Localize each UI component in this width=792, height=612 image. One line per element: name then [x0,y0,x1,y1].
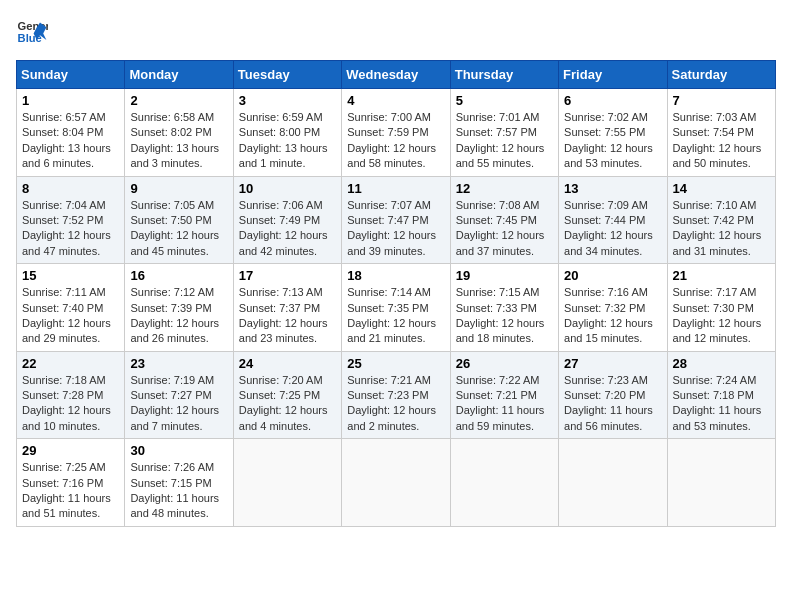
day-number: 19 [456,268,553,283]
day-number: 23 [130,356,227,371]
week-row-2: 8Sunrise: 7:04 AM Sunset: 7:52 PM Daylig… [17,176,776,264]
calendar-cell: 9Sunrise: 7:05 AM Sunset: 7:50 PM Daylig… [125,176,233,264]
day-info: Sunrise: 7:14 AM Sunset: 7:35 PM Dayligh… [347,285,444,347]
calendar-cell: 19Sunrise: 7:15 AM Sunset: 7:33 PM Dayli… [450,264,558,352]
week-row-4: 22Sunrise: 7:18 AM Sunset: 7:28 PM Dayli… [17,351,776,439]
calendar-cell [559,439,667,527]
calendar-cell: 12Sunrise: 7:08 AM Sunset: 7:45 PM Dayli… [450,176,558,264]
week-row-5: 29Sunrise: 7:25 AM Sunset: 7:16 PM Dayli… [17,439,776,527]
day-info: Sunrise: 7:24 AM Sunset: 7:18 PM Dayligh… [673,373,770,435]
day-number: 16 [130,268,227,283]
day-info: Sunrise: 7:23 AM Sunset: 7:20 PM Dayligh… [564,373,661,435]
day-number: 17 [239,268,336,283]
calendar-cell: 28Sunrise: 7:24 AM Sunset: 7:18 PM Dayli… [667,351,775,439]
calendar-cell: 13Sunrise: 7:09 AM Sunset: 7:44 PM Dayli… [559,176,667,264]
day-info: Sunrise: 7:20 AM Sunset: 7:25 PM Dayligh… [239,373,336,435]
calendar-cell: 7Sunrise: 7:03 AM Sunset: 7:54 PM Daylig… [667,89,775,177]
calendar-cell: 29Sunrise: 7:25 AM Sunset: 7:16 PM Dayli… [17,439,125,527]
calendar-cell [233,439,341,527]
logo: General Blue [16,16,48,48]
calendar-cell: 21Sunrise: 7:17 AM Sunset: 7:30 PM Dayli… [667,264,775,352]
day-number: 4 [347,93,444,108]
calendar-cell: 27Sunrise: 7:23 AM Sunset: 7:20 PM Dayli… [559,351,667,439]
header-saturday: Saturday [667,61,775,89]
calendar-cell: 6Sunrise: 7:02 AM Sunset: 7:55 PM Daylig… [559,89,667,177]
day-info: Sunrise: 7:10 AM Sunset: 7:42 PM Dayligh… [673,198,770,260]
day-number: 6 [564,93,661,108]
header-friday: Friday [559,61,667,89]
day-info: Sunrise: 7:02 AM Sunset: 7:55 PM Dayligh… [564,110,661,172]
day-info: Sunrise: 6:58 AM Sunset: 8:02 PM Dayligh… [130,110,227,172]
day-info: Sunrise: 7:06 AM Sunset: 7:49 PM Dayligh… [239,198,336,260]
day-number: 10 [239,181,336,196]
day-info: Sunrise: 7:03 AM Sunset: 7:54 PM Dayligh… [673,110,770,172]
calendar-cell: 3Sunrise: 6:59 AM Sunset: 8:00 PM Daylig… [233,89,341,177]
day-number: 14 [673,181,770,196]
calendar: SundayMondayTuesdayWednesdayThursdayFrid… [16,60,776,527]
day-number: 20 [564,268,661,283]
calendar-cell: 17Sunrise: 7:13 AM Sunset: 7:37 PM Dayli… [233,264,341,352]
day-number: 22 [22,356,119,371]
day-info: Sunrise: 7:21 AM Sunset: 7:23 PM Dayligh… [347,373,444,435]
day-number: 26 [456,356,553,371]
day-info: Sunrise: 7:25 AM Sunset: 7:16 PM Dayligh… [22,460,119,522]
calendar-cell: 8Sunrise: 7:04 AM Sunset: 7:52 PM Daylig… [17,176,125,264]
day-info: Sunrise: 7:26 AM Sunset: 7:15 PM Dayligh… [130,460,227,522]
day-info: Sunrise: 7:19 AM Sunset: 7:27 PM Dayligh… [130,373,227,435]
calendar-cell: 4Sunrise: 7:00 AM Sunset: 7:59 PM Daylig… [342,89,450,177]
day-number: 12 [456,181,553,196]
day-info: Sunrise: 7:07 AM Sunset: 7:47 PM Dayligh… [347,198,444,260]
day-number: 2 [130,93,227,108]
day-number: 18 [347,268,444,283]
day-info: Sunrise: 7:11 AM Sunset: 7:40 PM Dayligh… [22,285,119,347]
day-number: 30 [130,443,227,458]
calendar-cell: 14Sunrise: 7:10 AM Sunset: 7:42 PM Dayli… [667,176,775,264]
header-wednesday: Wednesday [342,61,450,89]
calendar-cell: 10Sunrise: 7:06 AM Sunset: 7:49 PM Dayli… [233,176,341,264]
header: General Blue [16,16,776,48]
calendar-cell: 5Sunrise: 7:01 AM Sunset: 7:57 PM Daylig… [450,89,558,177]
calendar-cell: 22Sunrise: 7:18 AM Sunset: 7:28 PM Dayli… [17,351,125,439]
day-number: 9 [130,181,227,196]
day-info: Sunrise: 7:13 AM Sunset: 7:37 PM Dayligh… [239,285,336,347]
day-info: Sunrise: 7:04 AM Sunset: 7:52 PM Dayligh… [22,198,119,260]
day-info: Sunrise: 7:16 AM Sunset: 7:32 PM Dayligh… [564,285,661,347]
day-number: 11 [347,181,444,196]
header-thursday: Thursday [450,61,558,89]
day-number: 3 [239,93,336,108]
calendar-cell: 1Sunrise: 6:57 AM Sunset: 8:04 PM Daylig… [17,89,125,177]
calendar-cell [667,439,775,527]
day-number: 15 [22,268,119,283]
day-number: 25 [347,356,444,371]
day-number: 5 [456,93,553,108]
day-info: Sunrise: 7:18 AM Sunset: 7:28 PM Dayligh… [22,373,119,435]
calendar-cell: 2Sunrise: 6:58 AM Sunset: 8:02 PM Daylig… [125,89,233,177]
calendar-cell: 23Sunrise: 7:19 AM Sunset: 7:27 PM Dayli… [125,351,233,439]
calendar-cell [450,439,558,527]
day-info: Sunrise: 7:01 AM Sunset: 7:57 PM Dayligh… [456,110,553,172]
day-info: Sunrise: 7:22 AM Sunset: 7:21 PM Dayligh… [456,373,553,435]
logo-icon: General Blue [16,16,48,48]
calendar-cell: 26Sunrise: 7:22 AM Sunset: 7:21 PM Dayli… [450,351,558,439]
calendar-cell: 30Sunrise: 7:26 AM Sunset: 7:15 PM Dayli… [125,439,233,527]
day-number: 21 [673,268,770,283]
day-number: 7 [673,93,770,108]
day-info: Sunrise: 7:09 AM Sunset: 7:44 PM Dayligh… [564,198,661,260]
day-info: Sunrise: 7:12 AM Sunset: 7:39 PM Dayligh… [130,285,227,347]
header-sunday: Sunday [17,61,125,89]
calendar-header-row: SundayMondayTuesdayWednesdayThursdayFrid… [17,61,776,89]
calendar-cell: 20Sunrise: 7:16 AM Sunset: 7:32 PM Dayli… [559,264,667,352]
calendar-cell: 25Sunrise: 7:21 AM Sunset: 7:23 PM Dayli… [342,351,450,439]
calendar-cell: 11Sunrise: 7:07 AM Sunset: 7:47 PM Dayli… [342,176,450,264]
calendar-cell: 18Sunrise: 7:14 AM Sunset: 7:35 PM Dayli… [342,264,450,352]
day-number: 24 [239,356,336,371]
day-info: Sunrise: 6:59 AM Sunset: 8:00 PM Dayligh… [239,110,336,172]
day-info: Sunrise: 6:57 AM Sunset: 8:04 PM Dayligh… [22,110,119,172]
day-info: Sunrise: 7:00 AM Sunset: 7:59 PM Dayligh… [347,110,444,172]
header-tuesday: Tuesday [233,61,341,89]
day-info: Sunrise: 7:08 AM Sunset: 7:45 PM Dayligh… [456,198,553,260]
day-number: 27 [564,356,661,371]
week-row-1: 1Sunrise: 6:57 AM Sunset: 8:04 PM Daylig… [17,89,776,177]
calendar-cell [342,439,450,527]
day-number: 1 [22,93,119,108]
